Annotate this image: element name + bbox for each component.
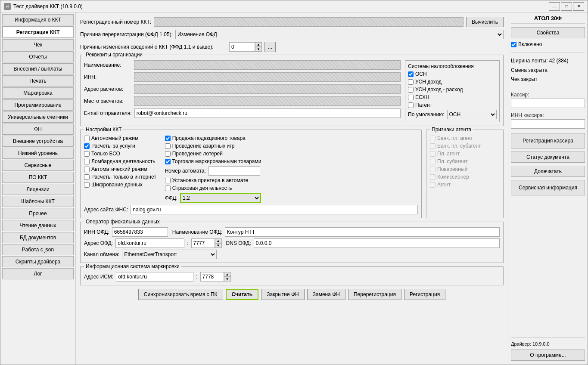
encryption-checkbox[interactable]	[84, 182, 90, 188]
agent-checkbox[interactable]	[430, 182, 436, 188]
reprint-btn[interactable]: Допечатать	[511, 166, 585, 177]
minimize-btn[interactable]: —	[549, 2, 560, 11]
place-input[interactable]	[134, 96, 401, 106]
change-reasons-input[interactable]	[229, 42, 255, 52]
automat-number-input[interactable]	[208, 166, 260, 176]
about-btn[interactable]: О программе...	[511, 350, 585, 361]
enabled-checkbox[interactable]	[511, 42, 516, 47]
commissioner-checkbox[interactable]	[430, 174, 436, 180]
ofd-port-up[interactable]: ▲	[215, 238, 222, 243]
tax-esxn-checkbox[interactable]	[408, 95, 414, 100]
tape-width-row: Ширина ленты: 42 (384)	[511, 56, 585, 66]
lottery-checkbox[interactable]	[165, 151, 171, 157]
address-input[interactable]	[134, 84, 401, 94]
sidebar-item-lower[interactable]: Нижний уровень	[2, 148, 74, 159]
bank-subagent-checkbox[interactable]	[430, 143, 436, 149]
sidebar-item-read-data[interactable]: Чтение данных	[2, 220, 74, 231]
tax-osn-row: ОСН	[408, 71, 497, 77]
ofd-name-input[interactable]	[225, 227, 500, 237]
sidebar-item-licenses[interactable]: Лицензии	[2, 184, 74, 195]
bank-agent-checkbox[interactable]	[430, 136, 436, 141]
cashier-input[interactable]	[511, 99, 585, 108]
lombard-checkbox[interactable]	[84, 159, 90, 164]
bottom-buttons: Синхронизировать время с ПК Считать Закр…	[80, 289, 504, 300]
ofd-port-input[interactable]	[191, 238, 215, 248]
tax-usn-income-checkbox[interactable]	[408, 79, 414, 85]
ellipsis-btn[interactable]: ...	[264, 42, 276, 52]
sidebar-item-db-docs[interactable]: БД документов	[2, 232, 74, 243]
sidebar-item-payments[interactable]: Внесения / выплаты	[2, 63, 74, 74]
gambling-checkbox[interactable]	[165, 143, 171, 149]
reg-number-input[interactable]	[154, 17, 464, 27]
pay-subagent-checkbox[interactable]	[430, 159, 436, 164]
reg-cashier-btn[interactable]: Регистрация кассира	[511, 133, 585, 148]
ofd-address-input[interactable]	[115, 238, 184, 248]
tax-default-select[interactable]: ОСН	[447, 110, 497, 119]
auto-mode2-checkbox[interactable]	[84, 167, 90, 172]
sidebar-item-registration[interactable]: Регистрация ККТ	[2, 26, 74, 38]
replace-fn-btn[interactable]: Замена ФН	[307, 289, 345, 300]
read-btn[interactable]: Считать	[226, 289, 259, 300]
sidebar-item-counters[interactable]: Универсальные счетчики	[2, 111, 74, 123]
email-input[interactable]	[134, 108, 401, 118]
tax-patent-checkbox[interactable]	[408, 102, 414, 108]
ism-port-input[interactable]	[200, 272, 224, 281]
site-fns-input[interactable]	[131, 205, 418, 214]
close-btn[interactable]: ✕	[573, 2, 584, 11]
close-fn-btn[interactable]: Закрытие ФН	[261, 289, 304, 300]
ffd-select[interactable]: 1.2	[180, 193, 261, 203]
ism-port-down[interactable]: ▼	[224, 277, 231, 281]
tax-osn-checkbox[interactable]	[408, 71, 414, 77]
marked-goods-checkbox[interactable]	[165, 159, 171, 164]
maximize-btn[interactable]: □	[561, 2, 572, 11]
sidebar-item-reports[interactable]: Отчеты	[2, 51, 74, 62]
sell-excise-checkbox[interactable]	[165, 136, 171, 141]
sidebar-item-check[interactable]: Чек	[2, 39, 74, 50]
properties-btn[interactable]: Свойства	[511, 27, 585, 38]
sidebar-item-fn[interactable]: ФН	[2, 124, 74, 135]
tax-usn-expense-checkbox[interactable]	[408, 87, 414, 93]
sidebar-item-print[interactable]: Печать	[2, 75, 74, 87]
dns-ofd-input[interactable]	[254, 238, 500, 248]
service-info-btn[interactable]: Сервисная информация	[511, 180, 585, 195]
internet-only-checkbox[interactable]	[84, 174, 90, 180]
services-checkbox[interactable]	[84, 143, 90, 149]
auto-mode-checkbox[interactable]	[84, 136, 90, 141]
sync-time-btn[interactable]: Синхронизировать время с ПК	[138, 289, 223, 300]
only-bso-checkbox[interactable]	[84, 151, 90, 157]
rereg-reason-select[interactable]: Изменение ОФД	[175, 30, 504, 39]
rereg-btn[interactable]: Перерегистрация	[348, 289, 401, 300]
sidebar-item-json[interactable]: Работа с json	[2, 244, 74, 255]
sidebar-item-software[interactable]: ПО ККТ	[2, 172, 74, 183]
sidebar-item-info[interactable]: Информация о ККТ	[2, 14, 74, 25]
sidebar-item-marking[interactable]: Маркировка	[2, 87, 74, 99]
doc-status-btn[interactable]: Статус документа	[511, 152, 585, 163]
trustee-checkbox[interactable]	[430, 167, 436, 172]
spin-down[interactable]: ▼	[255, 47, 262, 52]
trustee-label: Поверенный	[437, 166, 467, 172]
insurance-checkbox[interactable]	[165, 186, 171, 191]
sidebar-item-programming[interactable]: Программирование	[2, 99, 74, 111]
encryption-row: Шифрование данных	[84, 182, 156, 188]
name-input[interactable]	[134, 60, 401, 70]
sidebar-item-external[interactable]: Внешние устройства	[2, 136, 74, 147]
sidebar-item-templates[interactable]: Шаблоны ККТ	[2, 196, 74, 207]
inn-input[interactable]	[134, 72, 401, 82]
register-btn[interactable]: Регистрация	[404, 289, 445, 300]
spin-up[interactable]: ▲	[255, 42, 262, 47]
ism-port-up[interactable]: ▲	[224, 272, 231, 277]
install-printer-checkbox[interactable]	[165, 178, 171, 183]
sidebar-item-service[interactable]: Сервисные	[2, 160, 74, 171]
pay-agent-checkbox[interactable]	[430, 151, 436, 157]
ffd-label: ФФД:	[165, 195, 177, 201]
sidebar-item-scripts[interactable]: Скрипты драйвера	[2, 256, 74, 267]
inn-ofd-input[interactable]	[112, 227, 168, 237]
ofd-port-down[interactable]: ▼	[215, 243, 222, 248]
sidebar-item-other[interactable]: Прочее	[2, 208, 74, 219]
sidebar-item-log[interactable]: Лог	[2, 268, 74, 279]
ism-port-arrows: ▲ ▼	[224, 272, 231, 281]
ism-address-input[interactable]	[116, 272, 193, 281]
compute-btn[interactable]: Вычислить	[466, 17, 504, 27]
inn-cashier-input[interactable]	[511, 119, 585, 129]
exchange-channel-select[interactable]: EthernetOverTransport	[122, 250, 217, 259]
